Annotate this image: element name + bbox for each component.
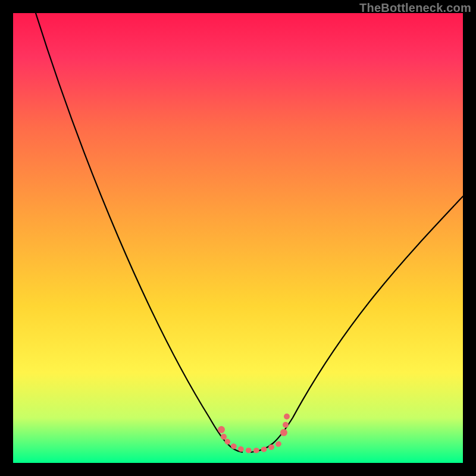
optimal-dot [284, 414, 290, 419]
optimal-dot [283, 422, 289, 428]
optimal-dot [221, 434, 227, 440]
chart-frame [13, 13, 463, 463]
curve-left [36, 13, 242, 452]
optimal-dot [218, 426, 225, 433]
curve-right [251, 196, 463, 452]
optimal-dot [280, 429, 287, 436]
chart-svg [13, 13, 463, 463]
watermark-text: TheBottleneck.com [359, 1, 471, 15]
